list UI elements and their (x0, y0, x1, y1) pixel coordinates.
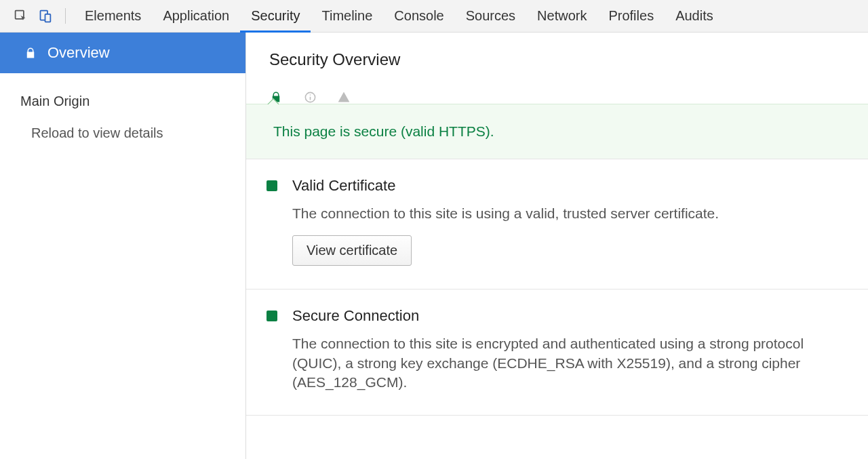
tab-timeline[interactable]: Timeline (311, 0, 383, 32)
lock-icon (24, 47, 37, 59)
tab-console[interactable]: Console (383, 0, 454, 32)
state-warning-icon[interactable] (337, 90, 351, 104)
sidebar-reload-hint[interactable]: Reload to view details (0, 116, 245, 141)
tab-application[interactable]: Application (152, 0, 240, 32)
sidebar-item-overview[interactable]: Overview (0, 33, 245, 73)
view-certificate-button[interactable]: View certificate (292, 235, 412, 266)
svg-rect-2 (45, 14, 50, 22)
section-body: The connection to this site is encrypted… (292, 334, 848, 392)
secure-bullet-icon (267, 180, 277, 191)
page-title: Security Overview (246, 33, 868, 81)
tab-profiles[interactable]: Profiles (597, 0, 665, 32)
svg-point-5 (309, 94, 311, 96)
tab-elements[interactable]: Elements (74, 0, 152, 32)
device-toggle-icon[interactable] (33, 0, 57, 32)
inspect-icon[interactable] (8, 0, 33, 32)
panel-body: Overview Main Origin Reload to view deta… (0, 33, 868, 459)
tab-network[interactable]: Network (526, 0, 597, 32)
tab-sources[interactable]: Sources (455, 0, 526, 32)
secure-banner: This page is secure (valid HTTPS). (246, 104, 868, 159)
section-secure-connection: Secure Connection The connection to this… (246, 290, 868, 416)
sidebar-main-origin-heading: Main Origin (0, 73, 245, 116)
state-info-icon[interactable] (303, 90, 317, 104)
section-body: The connection to this site is using a v… (292, 204, 848, 223)
section-valid-certificate: Valid Certificate The connection to this… (246, 159, 868, 290)
section-title: Valid Certificate (292, 177, 848, 195)
security-state-row (246, 81, 868, 104)
security-sidebar: Overview Main Origin Reload to view deta… (0, 33, 246, 459)
sidebar-overview-label: Overview (47, 44, 110, 62)
state-caret (267, 98, 279, 104)
devtools-toolbar: Elements Application Security Timeline C… (0, 0, 868, 33)
tab-audits[interactable]: Audits (665, 0, 724, 32)
section-title: Secure Connection (292, 307, 848, 325)
toolbar-separator (65, 8, 66, 24)
security-main: Security Overview This page is secure (v… (246, 33, 868, 459)
tab-security[interactable]: Security (240, 0, 311, 32)
secure-bullet-icon (267, 311, 277, 321)
